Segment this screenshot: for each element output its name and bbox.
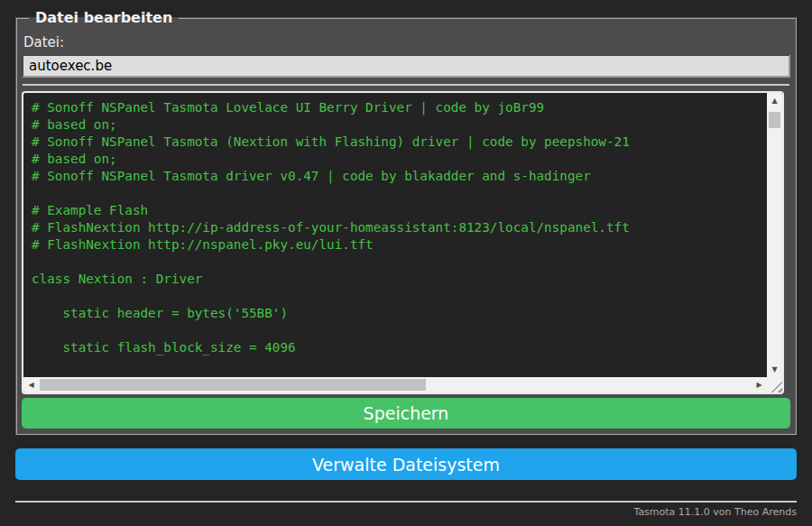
file-editor-panel: Datei bearbeiten Datei: # Sonoff NSPanel… — [15, 9, 797, 435]
file-label: Datei: — [23, 34, 789, 51]
vertical-scrollbar[interactable]: ▲ ▼ — [767, 93, 782, 377]
vertical-scrollbar-thumb[interactable] — [769, 112, 780, 128]
scroll-down-icon[interactable]: ▼ — [767, 362, 782, 377]
input-editor-divider — [23, 84, 789, 86]
filename-input[interactable] — [22, 54, 790, 78]
manage-filesystem-button[interactable]: Verwalte Dateisystem — [15, 448, 797, 480]
footer-divider — [15, 501, 797, 503]
footer-link[interactable]: Tasmota 11.1.0 von Theo Arends — [633, 506, 797, 518]
file-content-editor[interactable]: # Sonoff NSPanel Tasmota Lovelace UI Ber… — [22, 91, 784, 394]
horizontal-scrollbar[interactable]: ◀ ▶ — [23, 377, 767, 392]
file-content: # Sonoff NSPanel Tasmota Lovelace UI Ber… — [23, 93, 767, 377]
panel-title: Datei bearbeiten — [35, 9, 172, 26]
scroll-left-icon[interactable]: ◀ — [23, 377, 39, 392]
resize-grip[interactable] — [767, 377, 782, 392]
scroll-right-icon[interactable]: ▶ — [752, 377, 767, 392]
save-button[interactable]: Speichern — [22, 398, 790, 429]
panel-legend: Datei bearbeiten — [29, 9, 179, 26]
horizontal-scrollbar-thumb[interactable] — [40, 379, 426, 391]
scroll-up-icon[interactable]: ▲ — [767, 93, 782, 108]
footer: Tasmota 11.1.0 von Theo Arends — [15, 501, 797, 518]
page-container: Datei bearbeiten Datei: # Sonoff NSPanel… — [15, 0, 797, 518]
